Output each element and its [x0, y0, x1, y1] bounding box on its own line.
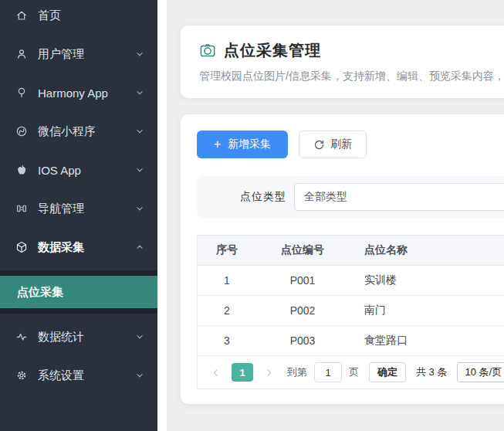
sidebar: 首页 用户管理 Harmony App 微信小程序: [0, 0, 157, 431]
home-icon: [15, 9, 28, 22]
next-page-icon[interactable]: [264, 368, 274, 378]
chevron-down-icon: [134, 331, 145, 342]
table-row: 3 P003 食堂路口: [198, 326, 504, 356]
chevron-up-icon: [134, 242, 145, 253]
page-title: 点位采集管理: [224, 40, 321, 61]
page-size-value: 10 条/页: [465, 365, 502, 379]
goto-page-input[interactable]: [314, 362, 342, 382]
submenu-item-label: 点位采集: [17, 285, 63, 300]
chevron-down-icon: [134, 203, 145, 214]
cell-name: 实训楼: [349, 273, 504, 287]
chevron-down-icon: [134, 126, 145, 137]
sidebar-item-data-collection[interactable]: 数据采集: [0, 232, 157, 263]
cell-code: P001: [256, 274, 349, 287]
page-number-button[interactable]: 1: [232, 363, 253, 382]
sidebar-item-label: 首页: [38, 8, 61, 23]
sidebar-item-label: 微信小程序: [38, 124, 96, 139]
sidebar-item-data-statistics[interactable]: 数据统计: [0, 321, 157, 352]
confirm-page-button[interactable]: 确定: [369, 362, 406, 382]
goto-page-prefix: 到第: [287, 365, 307, 379]
prev-page-icon[interactable]: [211, 368, 221, 378]
refresh-icon: [313, 139, 325, 151]
sidebar-item-label: 数据统计: [38, 330, 84, 344]
wechat-icon: [15, 125, 28, 137]
chevron-down-icon: [134, 49, 145, 59]
main-content: 点位采集管理 管理校园点位图片/信息采集，支持新增、编辑、预览采集内容，按类型 …: [167, 0, 504, 431]
sidebar-item-users[interactable]: 用户管理: [0, 39, 157, 70]
sidebar-item-label: 用户管理: [38, 47, 84, 62]
sidebar-item-harmony-app[interactable]: Harmony App: [0, 77, 157, 108]
chevron-down-icon: [134, 165, 145, 175]
column-header-name: 点位名称: [349, 243, 504, 257]
sidebar-item-point-collection[interactable]: 点位采集: [0, 276, 157, 308]
page-subtitle: 管理校园点位图片/信息采集，支持新增、编辑、预览采集内容，按类型: [199, 70, 504, 83]
cell-name: 南门: [349, 304, 504, 317]
chevron-down-icon: [134, 370, 145, 381]
sidebar-item-label: Harmony App: [38, 87, 108, 100]
plus-icon: +: [214, 138, 221, 151]
points-table: 序号 点位编号 点位名称 1 P001 实训楼 2 P002 南门 3 P003…: [197, 235, 504, 389]
page-size-select[interactable]: 10 条/页: [457, 362, 504, 382]
refresh-label: 刷新: [330, 137, 352, 151]
sidebar-item-label: 数据采集: [38, 240, 84, 255]
cell-code: P002: [256, 304, 349, 317]
camera-icon: [199, 42, 216, 59]
chevron-down-icon: [134, 87, 145, 98]
user-icon: [15, 48, 28, 60]
sidebar-item-home[interactable]: 首页: [0, 0, 157, 31]
sidebar-item-system-settings[interactable]: 系统设置: [0, 360, 157, 391]
column-header-index: 序号: [198, 243, 256, 257]
sidebar-item-navigation[interactable]: 导航管理: [0, 193, 157, 224]
total-count-label: 共 3 条: [416, 365, 447, 379]
harmony-icon: [15, 87, 28, 99]
cell-index: 1: [198, 274, 256, 287]
sidebar-item-ios-app[interactable]: IOS App: [0, 154, 157, 185]
navigation-icon: [15, 202, 28, 215]
cube-icon: [15, 241, 28, 253]
sidebar-submenu: 点位采集: [0, 270, 157, 314]
table-row: 1 P001 实训楼: [198, 266, 504, 296]
cell-index: 3: [198, 334, 256, 347]
add-collection-label: 新增采集: [228, 137, 271, 151]
point-type-select[interactable]: 全部类型: [294, 183, 504, 211]
table-row: 2 P002 南门: [198, 296, 504, 326]
page-header-card: 点位采集管理 管理校园点位图片/信息采集，支持新增、编辑、预览采集内容，按类型: [181, 25, 504, 98]
cell-name: 食堂路口: [349, 334, 504, 348]
sidebar-item-wechat-miniprogram[interactable]: 微信小程序: [0, 116, 157, 147]
sidebar-item-label: 系统设置: [38, 368, 84, 383]
content-card: + 新增采集 刷新 点位类型 全部类型 序号 点位编号 点: [181, 114, 504, 404]
sidebar-item-label: 导航管理: [38, 202, 84, 216]
pagination-bar: 1 到第 页 确定 共 3 条 10 条/页: [198, 356, 504, 389]
pulse-icon: [15, 331, 28, 343]
add-collection-button[interactable]: + 新增采集: [197, 131, 288, 158]
apple-icon: [15, 164, 28, 176]
cell-code: P003: [256, 334, 349, 347]
point-type-select-value: 全部类型: [304, 190, 347, 204]
refresh-button[interactable]: 刷新: [299, 131, 367, 158]
gear-icon: [15, 369, 28, 382]
goto-page-suffix: 页: [349, 365, 359, 379]
filter-bar: 点位类型 全部类型: [197, 176, 504, 218]
column-header-code: 点位编号: [256, 243, 349, 257]
table-header-row: 序号 点位编号 点位名称: [198, 236, 504, 266]
sidebar-item-label: IOS App: [38, 164, 81, 177]
cell-index: 2: [198, 304, 256, 317]
point-type-label: 点位类型: [240, 190, 286, 204]
